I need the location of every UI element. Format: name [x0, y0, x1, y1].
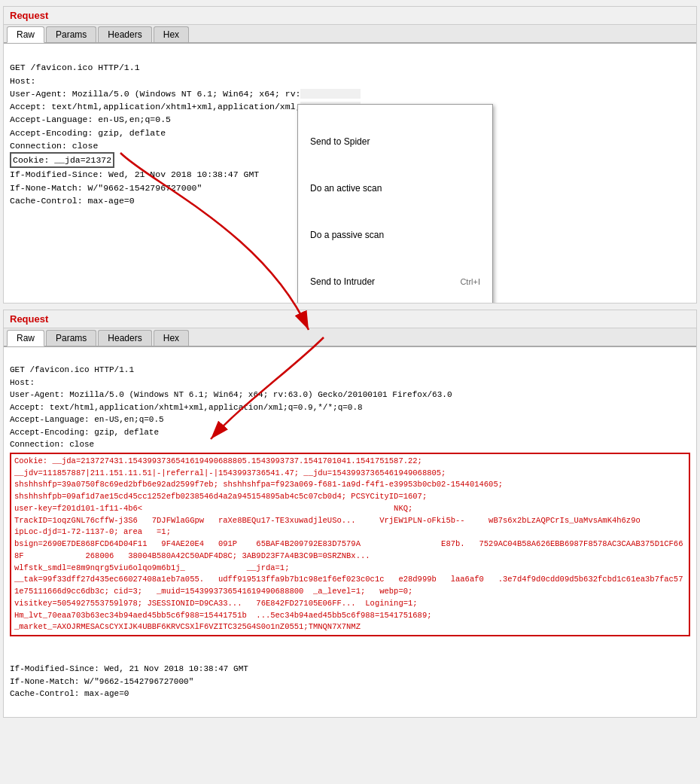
upper-request-section: Request Raw Params Headers Hex GET /favi…	[3, 6, 697, 304]
tab-hex-upper[interactable]: Hex	[154, 26, 189, 42]
upper-request-content: GET /favicon.ico HTTP/1.1 Host: User-Age…	[4, 44, 696, 303]
cookie-line-upper: Cookie: __jda=21372	[10, 152, 114, 168]
lower-tabs: Raw Params Headers Hex	[4, 328, 696, 347]
lower-request-title: Request	[4, 310, 696, 328]
tab-hex-lower[interactable]: Hex	[154, 330, 189, 346]
tab-headers-lower[interactable]: Headers	[98, 330, 151, 346]
upper-tabs: Raw Params Headers Hex	[4, 25, 696, 44]
menu-send-spider[interactable]: Send to Spider	[298, 132, 492, 151]
cookie-block-lower: Cookie: __jda=213727431.1543993736541619…	[10, 453, 690, 636]
tab-raw-upper[interactable]: Raw	[7, 26, 44, 43]
lower-footer-lines: If-Modified-Since: Wed, 21 Nov 2018 10:3…	[10, 664, 248, 698]
tab-raw-lower[interactable]: Raw	[7, 330, 44, 346]
tab-params-lower[interactable]: Params	[46, 330, 96, 346]
lower-request-content: GET /favicon.ico HTTP/1.1 Host: User-Age…	[4, 347, 696, 717]
context-menu: Send to Spider Do an active scan Do a pa…	[297, 104, 493, 303]
lower-request-section: Request Raw Params Headers Hex GET /favi…	[3, 310, 697, 718]
request-line2: If-Modified-Since: Wed, 21 Nov 2018 10:3…	[10, 169, 259, 206]
menu-send-intruder[interactable]: Send to Intruder Ctrl+I	[298, 272, 492, 291]
menu-active-scan[interactable]: Do an active scan	[298, 178, 492, 198]
lower-header-lines: GET /favicon.ico HTTP/1.1 Host: User-Age…	[10, 365, 452, 449]
menu-passive-scan[interactable]: Do a passive scan	[298, 225, 492, 245]
upper-request-title: Request	[4, 7, 696, 25]
tab-params-upper[interactable]: Params	[46, 26, 96, 42]
tab-headers-upper[interactable]: Headers	[98, 26, 151, 42]
